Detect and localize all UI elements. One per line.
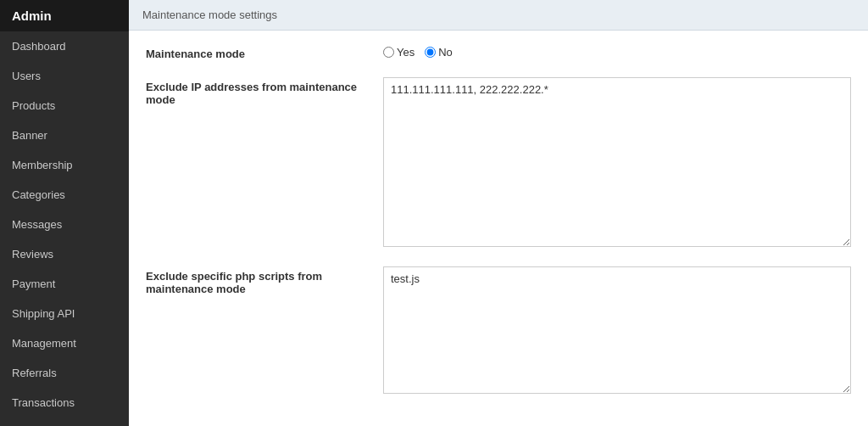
- radio-yes[interactable]: [383, 47, 394, 58]
- maintenance-mode-control: Yes No: [383, 44, 851, 59]
- sidebar-item-reviews[interactable]: Reviews: [0, 239, 129, 269]
- sidebar-item-categories[interactable]: Categories: [0, 180, 129, 210]
- exclude-ip-label: Exclude IP addresses from maintenance mo…: [146, 77, 383, 106]
- maintenance-mode-radio-group: Yes No: [383, 44, 851, 59]
- sidebar-item-banner[interactable]: Banner: [0, 121, 129, 150]
- section-header: Maintenance mode settings: [129, 0, 868, 31]
- exclude-ip-textarea[interactable]: [383, 77, 851, 247]
- sidebar-item-membership[interactable]: Membership: [0, 150, 129, 180]
- sidebar-item-management[interactable]: Management: [0, 328, 129, 358]
- radio-no-text: No: [438, 46, 453, 59]
- sidebar-item-blog[interactable]: Blog: [0, 418, 129, 426]
- radio-no-label[interactable]: No: [425, 46, 453, 59]
- main-content: Maintenance mode settings Maintenance mo…: [129, 0, 868, 426]
- sidebar-header: Admin: [0, 0, 129, 31]
- sidebar-item-transactions[interactable]: Transactions: [0, 388, 129, 418]
- sidebar-item-dashboard[interactable]: Dashboard: [0, 31, 129, 61]
- sidebar-items: DashboardUsersProductsBannerMembershipCa…: [0, 31, 129, 426]
- exclude-php-control: [383, 266, 851, 396]
- maintenance-mode-label: Maintenance mode: [146, 44, 383, 60]
- exclude-php-textarea[interactable]: [383, 266, 851, 394]
- sidebar-item-products[interactable]: Products: [0, 91, 129, 121]
- sidebar-item-referrals[interactable]: Referrals: [0, 358, 129, 388]
- exclude-ip-control: [383, 77, 851, 249]
- sidebar-item-shipping-api[interactable]: Shipping API: [0, 299, 129, 328]
- sidebar: Admin DashboardUsersProductsBannerMember…: [0, 0, 129, 426]
- content-area: Maintenance mode Yes No Exclude IP addre…: [129, 31, 868, 426]
- sidebar-title: Admin: [12, 8, 52, 23]
- exclude-php-label: Exclude specific php scripts from mainte…: [146, 266, 383, 295]
- radio-yes-text: Yes: [397, 46, 415, 59]
- sidebar-item-messages[interactable]: Messages: [0, 210, 129, 239]
- sidebar-item-users[interactable]: Users: [0, 61, 129, 91]
- maintenance-mode-row: Maintenance mode Yes No: [146, 44, 851, 60]
- radio-yes-label[interactable]: Yes: [383, 46, 415, 59]
- exclude-ip-row: Exclude IP addresses from maintenance mo…: [146, 77, 851, 249]
- section-header-text: Maintenance mode settings: [142, 8, 277, 21]
- exclude-php-row: Exclude specific php scripts from mainte…: [146, 266, 851, 396]
- radio-no[interactable]: [425, 47, 436, 58]
- sidebar-item-payment[interactable]: Payment: [0, 269, 129, 299]
